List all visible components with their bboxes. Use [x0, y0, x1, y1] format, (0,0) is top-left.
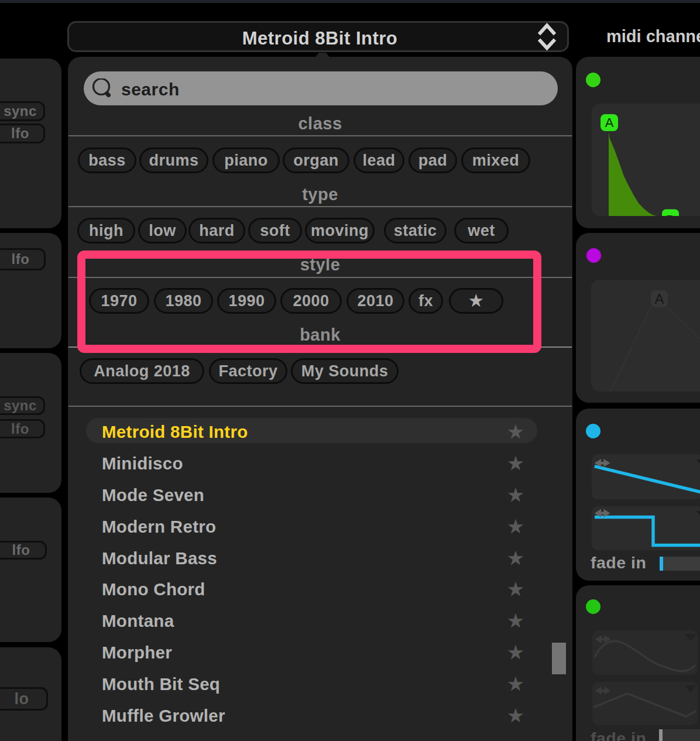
svg-text:A: A — [654, 291, 664, 307]
svg-text:D: D — [666, 212, 675, 216]
svg-text:A: A — [605, 115, 614, 130]
